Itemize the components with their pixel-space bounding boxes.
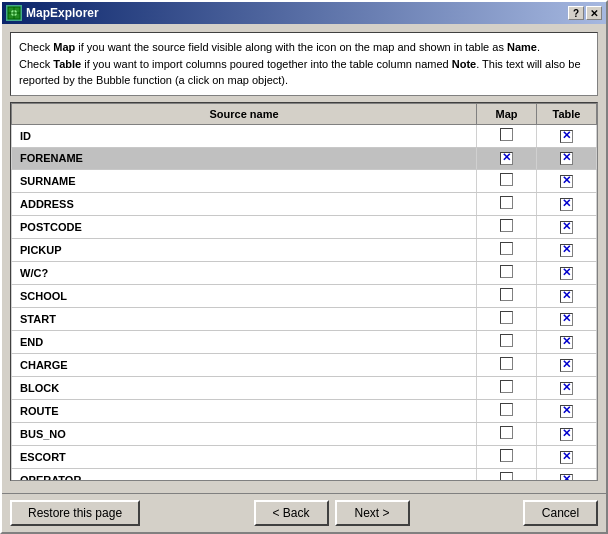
next-button[interactable]: Next > bbox=[335, 500, 410, 526]
table-checkbox[interactable] bbox=[560, 175, 573, 188]
data-table-container: Source name Map Table IDFORENAMESURNAMEA… bbox=[10, 102, 598, 482]
map-cell[interactable] bbox=[477, 215, 537, 238]
table-cell[interactable] bbox=[537, 353, 597, 376]
back-button[interactable]: < Back bbox=[254, 500, 329, 526]
map-cell[interactable] bbox=[477, 399, 537, 422]
source-name-cell: START bbox=[12, 307, 477, 330]
table-checkbox[interactable] bbox=[560, 198, 573, 211]
map-checkbox[interactable] bbox=[500, 242, 513, 255]
map-cell[interactable] bbox=[477, 192, 537, 215]
map-checkbox[interactable] bbox=[500, 334, 513, 347]
map-cell[interactable] bbox=[477, 445, 537, 468]
table-row: ID bbox=[12, 124, 597, 147]
map-checkbox[interactable] bbox=[500, 152, 513, 165]
desc-line1-end: . bbox=[537, 41, 540, 53]
table-row: FORENAME bbox=[12, 147, 597, 169]
footer-right: Cancel bbox=[523, 500, 598, 526]
table-cell[interactable] bbox=[537, 147, 597, 169]
map-checkbox[interactable] bbox=[500, 173, 513, 186]
footer: Restore this page < Back Next > Cancel bbox=[2, 493, 606, 532]
table-cell[interactable] bbox=[537, 445, 597, 468]
map-checkbox[interactable] bbox=[500, 288, 513, 301]
table-scroll-area[interactable]: Source name Map Table IDFORENAMESURNAMEA… bbox=[11, 103, 597, 481]
source-name-cell: CHARGE bbox=[12, 353, 477, 376]
table-cell[interactable] bbox=[537, 192, 597, 215]
desc-line2-post: if you want to import columns poured tog… bbox=[81, 58, 452, 70]
footer-left: Restore this page bbox=[10, 500, 140, 526]
table-cell[interactable] bbox=[537, 307, 597, 330]
map-checkbox[interactable] bbox=[500, 196, 513, 209]
map-checkbox[interactable] bbox=[500, 265, 513, 278]
table-checkbox[interactable] bbox=[560, 130, 573, 143]
restore-button[interactable]: Restore this page bbox=[10, 500, 140, 526]
window: MapExplorer ? ✕ Check Map if you want th… bbox=[0, 0, 608, 534]
table-row: SURNAME bbox=[12, 169, 597, 192]
table-cell[interactable] bbox=[537, 422, 597, 445]
map-checkbox[interactable] bbox=[500, 128, 513, 141]
map-cell[interactable] bbox=[477, 468, 537, 480]
table-cell[interactable] bbox=[537, 468, 597, 480]
source-name-cell: ADDRESS bbox=[12, 192, 477, 215]
header-table: Table bbox=[537, 103, 597, 124]
map-checkbox[interactable] bbox=[500, 357, 513, 370]
table-row: END bbox=[12, 330, 597, 353]
map-cell[interactable] bbox=[477, 353, 537, 376]
table-checkbox[interactable] bbox=[560, 451, 573, 464]
map-checkbox[interactable] bbox=[500, 449, 513, 462]
table-checkbox[interactable] bbox=[560, 152, 573, 165]
help-button[interactable]: ? bbox=[568, 6, 584, 20]
desc-line2-end: . This text will also be bbox=[476, 58, 580, 70]
map-cell[interactable] bbox=[477, 124, 537, 147]
table-row: POSTCODE bbox=[12, 215, 597, 238]
desc-line1-pre: Check bbox=[19, 41, 53, 53]
title-bar-left: MapExplorer bbox=[6, 5, 99, 21]
table-row: W/C? bbox=[12, 261, 597, 284]
table-header-row: Source name Map Table bbox=[12, 103, 597, 124]
map-checkbox[interactable] bbox=[500, 472, 513, 481]
map-cell[interactable] bbox=[477, 261, 537, 284]
map-checkbox[interactable] bbox=[500, 219, 513, 232]
source-name-cell: SCHOOL bbox=[12, 284, 477, 307]
table-checkbox[interactable] bbox=[560, 221, 573, 234]
map-checkbox[interactable] bbox=[500, 311, 513, 324]
map-cell[interactable] bbox=[477, 376, 537, 399]
map-cell[interactable] bbox=[477, 422, 537, 445]
map-checkbox[interactable] bbox=[500, 380, 513, 393]
map-checkbox[interactable] bbox=[500, 403, 513, 416]
map-checkbox[interactable] bbox=[500, 426, 513, 439]
map-cell[interactable] bbox=[477, 284, 537, 307]
map-cell[interactable] bbox=[477, 238, 537, 261]
cancel-button[interactable]: Cancel bbox=[523, 500, 598, 526]
table-checkbox[interactable] bbox=[560, 267, 573, 280]
table-checkbox[interactable] bbox=[560, 336, 573, 349]
table-checkbox[interactable] bbox=[560, 244, 573, 257]
table-checkbox[interactable] bbox=[560, 359, 573, 372]
table-checkbox[interactable] bbox=[560, 382, 573, 395]
table-checkbox[interactable] bbox=[560, 290, 573, 303]
source-name-cell: ESCORT bbox=[12, 445, 477, 468]
source-name-cell: W/C? bbox=[12, 261, 477, 284]
table-cell[interactable] bbox=[537, 261, 597, 284]
table-cell[interactable] bbox=[537, 330, 597, 353]
map-cell[interactable] bbox=[477, 169, 537, 192]
table-cell[interactable] bbox=[537, 238, 597, 261]
desc-map-keyword: Map bbox=[53, 41, 75, 53]
table-checkbox[interactable] bbox=[560, 428, 573, 441]
source-name-cell: BUS_NO bbox=[12, 422, 477, 445]
map-cell[interactable] bbox=[477, 147, 537, 169]
table-checkbox[interactable] bbox=[560, 405, 573, 418]
table-row: CHARGE bbox=[12, 353, 597, 376]
table-cell[interactable] bbox=[537, 376, 597, 399]
desc-note-keyword: Note bbox=[452, 58, 476, 70]
table-cell[interactable] bbox=[537, 215, 597, 238]
close-button[interactable]: ✕ bbox=[586, 6, 602, 20]
table-cell[interactable] bbox=[537, 169, 597, 192]
map-cell[interactable] bbox=[477, 330, 537, 353]
table-row: BUS_NO bbox=[12, 422, 597, 445]
table-cell[interactable] bbox=[537, 399, 597, 422]
table-cell[interactable] bbox=[537, 284, 597, 307]
table-checkbox[interactable] bbox=[560, 474, 573, 480]
map-cell[interactable] bbox=[477, 307, 537, 330]
table-cell[interactable] bbox=[537, 124, 597, 147]
table-checkbox[interactable] bbox=[560, 313, 573, 326]
